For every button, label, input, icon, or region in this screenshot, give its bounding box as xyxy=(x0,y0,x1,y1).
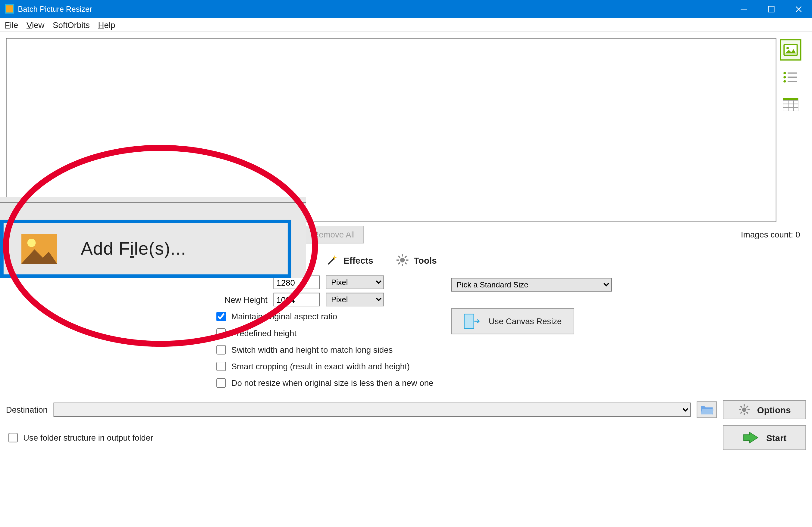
destination-label: Destination xyxy=(6,405,48,415)
menu-view[interactable]: View xyxy=(27,20,44,30)
svg-line-44 xyxy=(740,412,742,413)
view-thumbnails-button[interactable] xyxy=(780,39,801,60)
svg-rect-8 xyxy=(787,73,797,74)
svg-rect-12 xyxy=(787,81,797,82)
svg-line-32 xyxy=(405,262,406,264)
annotation-magnified-button: Add File(s)... xyxy=(0,197,306,278)
view-toggle xyxy=(780,38,806,222)
menu-file[interactable]: File xyxy=(5,20,18,30)
list-icon xyxy=(783,71,798,83)
svg-point-7 xyxy=(783,72,786,74)
menu-help[interactable]: Help xyxy=(98,20,115,30)
svg-line-43 xyxy=(746,406,748,407)
svg-point-47 xyxy=(27,239,36,247)
use-folder-structure-checkbox[interactable] xyxy=(9,433,18,442)
svg-rect-2 xyxy=(740,9,747,9)
destination-select[interactable] xyxy=(54,403,691,417)
svg-line-33 xyxy=(405,256,406,258)
svg-rect-1 xyxy=(6,5,13,13)
switch-wh-label: Switch width and height to match long si… xyxy=(231,345,393,355)
close-button[interactable] xyxy=(785,0,812,18)
gear-icon xyxy=(738,404,750,416)
maintain-aspect-label: Maintain original aspect ratio xyxy=(231,312,337,321)
standard-size-select[interactable]: Pick a Standard Size xyxy=(451,278,612,291)
svg-rect-10 xyxy=(787,77,797,78)
wand-icon xyxy=(326,253,339,266)
menu-bar: File View SoftOrbits Help xyxy=(0,18,812,32)
app-icon xyxy=(5,4,14,14)
tab-tools[interactable]: Tools xyxy=(387,250,446,271)
start-button[interactable]: Start xyxy=(723,425,806,450)
no-resize-checkbox[interactable] xyxy=(216,378,226,388)
width-unit-select[interactable]: Pixel xyxy=(326,275,384,289)
svg-point-11 xyxy=(783,80,786,82)
tab-label: Tools xyxy=(414,255,437,265)
tab-label: Effects xyxy=(344,255,373,265)
picture-icon xyxy=(21,234,57,264)
svg-point-6 xyxy=(786,47,789,49)
svg-line-31 xyxy=(398,256,400,258)
svg-line-41 xyxy=(740,406,742,407)
view-grid-button[interactable] xyxy=(780,94,801,115)
preview-pane xyxy=(6,38,777,222)
gear-icon xyxy=(396,253,409,266)
use-folder-structure-label: Use folder structure in output folder xyxy=(23,433,153,442)
play-arrow-icon xyxy=(742,431,759,444)
svg-point-26 xyxy=(400,258,405,262)
smart-crop-label: Smart cropping (result in exact width an… xyxy=(231,362,410,372)
resize-panel: New Width Pixel …New Height Pixel Mainta… xyxy=(6,275,806,390)
tab-effects[interactable]: Effects xyxy=(317,250,382,271)
window-title: Batch Picture Resizer xyxy=(18,4,92,14)
height-unit-select[interactable]: Pixel xyxy=(326,293,384,306)
switch-wh-checkbox[interactable] xyxy=(216,345,226,355)
remove-all-label: Remove All xyxy=(313,230,355,240)
svg-line-42 xyxy=(746,412,748,413)
window-controls xyxy=(730,0,812,18)
annotation-label: Add File(s)... xyxy=(81,239,186,259)
title-bar: Batch Picture Resizer xyxy=(0,0,812,18)
svg-rect-13 xyxy=(783,98,798,101)
canvas-icon xyxy=(464,314,480,329)
predefined-height-label: Predefined height xyxy=(231,328,296,338)
menu-softorbits[interactable]: SoftOrbits xyxy=(53,20,90,30)
predefined-height-checkbox[interactable] xyxy=(216,328,226,338)
browse-folder-button[interactable] xyxy=(697,402,717,418)
options-label: Options xyxy=(757,405,791,415)
svg-rect-35 xyxy=(464,314,474,328)
canvas-resize-button[interactable]: Use Canvas Resize xyxy=(451,308,574,334)
svg-line-34 xyxy=(398,262,400,264)
start-label: Start xyxy=(766,433,786,443)
maintain-aspect-checkbox[interactable] xyxy=(216,312,226,321)
svg-rect-14 xyxy=(783,100,798,111)
maximize-button[interactable] xyxy=(757,0,785,18)
picture-icon xyxy=(783,43,798,56)
no-resize-label: Do not resize when original size is less… xyxy=(231,378,433,388)
grid-icon xyxy=(783,98,798,111)
new-height-input[interactable] xyxy=(274,293,320,306)
new-height-label: …New Height xyxy=(214,295,267,305)
svg-rect-3 xyxy=(768,6,774,12)
view-list-button[interactable] xyxy=(780,66,801,88)
canvas-resize-label: Use Canvas Resize xyxy=(489,317,562,326)
svg-point-9 xyxy=(783,76,786,78)
smart-crop-checkbox[interactable] xyxy=(216,362,226,372)
folder-open-icon xyxy=(700,405,713,415)
svg-point-36 xyxy=(742,407,746,412)
minimize-button[interactable] xyxy=(730,0,757,18)
options-button[interactable]: Options xyxy=(723,400,806,419)
images-count: Images count: 0 xyxy=(741,230,806,240)
